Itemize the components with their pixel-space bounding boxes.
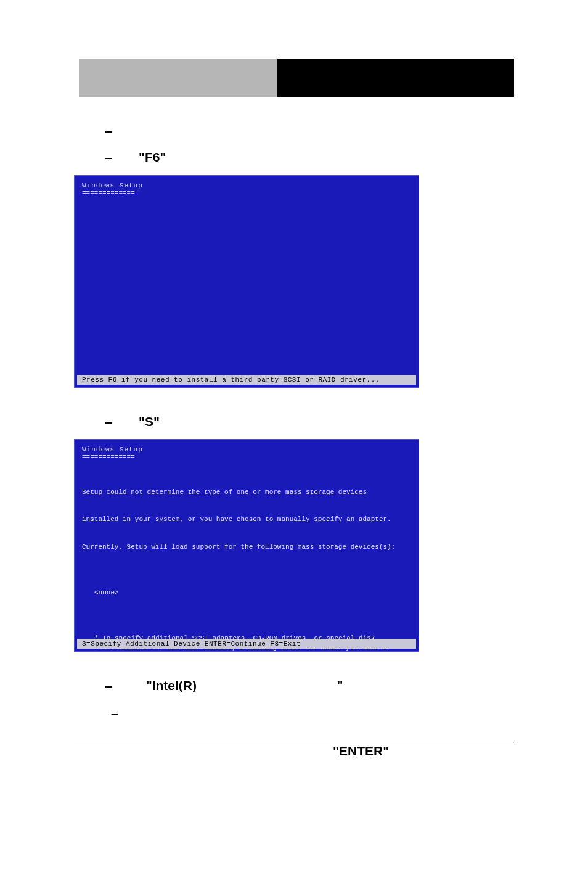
step-1: –	[105, 121, 514, 139]
step-2-text: "F6"	[117, 148, 514, 166]
footer-rule	[74, 741, 514, 741]
screenshot-1: Windows Setup ============= Press F6 if …	[74, 175, 514, 388]
intel-end-quote: "	[337, 678, 343, 692]
screenshot-2: Windows Setup ============= Setup could …	[74, 439, 514, 652]
ws2-line2: installed in your system, or you have ch…	[82, 515, 411, 524]
intel-label: "Intel(R)	[146, 678, 197, 692]
ws1-title: Windows Setup	[82, 182, 411, 189]
step-1-text	[117, 121, 514, 139]
s-key: "S"	[139, 414, 160, 429]
f6-key: "F6"	[139, 150, 166, 164]
dash-4: –	[105, 676, 117, 694]
ws1-underline: =============	[82, 189, 411, 197]
header-right	[277, 59, 514, 97]
dash-1: –	[105, 121, 117, 139]
step-4-text: "Intel(R) "	[117, 676, 514, 694]
ws2-line1: Setup could not determine the type of on…	[82, 488, 411, 497]
step-3: – "S"	[105, 413, 514, 430]
step-3-text: "S"	[117, 413, 514, 430]
dash-2: –	[105, 148, 117, 166]
ws2-title: Windows Setup	[82, 446, 411, 453]
ws1-footer: Press F6 if you need to install a third …	[77, 375, 416, 385]
step-4: – "Intel(R) "	[105, 676, 514, 694]
dash-3: –	[105, 413, 117, 430]
header-left	[79, 59, 277, 97]
ws2-none: <none>	[94, 588, 411, 598]
step-5: –	[111, 704, 514, 723]
enter-line: "ENTER"	[333, 741, 514, 761]
ws2-line3: Currently, Setup will load support for t…	[82, 543, 411, 552]
dash-5: –	[111, 704, 123, 723]
step-2: – "F6"	[105, 148, 514, 166]
ws2-footer: S=Specify Additional Device ENTER=Contin…	[77, 639, 416, 649]
header-bar	[79, 59, 514, 97]
enter-key: "ENTER"	[333, 744, 389, 758]
ws2-underline: =============	[82, 453, 411, 461]
